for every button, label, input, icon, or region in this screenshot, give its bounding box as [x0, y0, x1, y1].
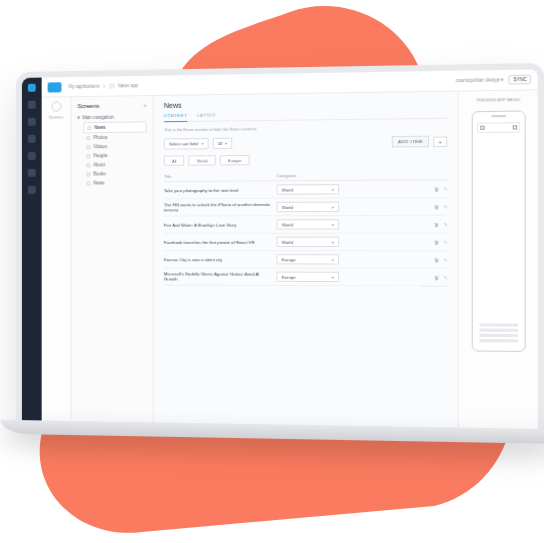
app-screen: My applications › News app cosmopolitan … [16, 63, 544, 431]
category-select[interactable]: World▾ [277, 219, 340, 229]
add-item-button[interactable]: ADD ITEM [392, 136, 429, 148]
page-icon [86, 154, 90, 158]
category-select[interactable]: Europe▾ [277, 254, 340, 264]
side-col-label: Screens [49, 114, 64, 119]
screen-item[interactable]: News [83, 121, 146, 133]
screens-panel: Screens + ▾ Main navigation News Photos … [71, 76, 153, 425]
preview-panel: PREVIEW APP MENU [458, 69, 538, 431]
table-row: Microsoft's Nadella Warns Against 'Hubri… [164, 268, 447, 286]
screen-item[interactable]: News [83, 178, 146, 187]
page-icon [86, 172, 90, 176]
chevron-down-icon: ▾ [225, 141, 227, 146]
breadcrumb-root[interactable]: My applications [68, 84, 99, 90]
screens-group[interactable]: ▾ Main navigation [77, 114, 146, 120]
chevron-down-icon: ▾ [201, 141, 203, 146]
chevron-down-icon: ▾ [332, 239, 334, 244]
col-category: Categories [277, 173, 340, 179]
rail-item[interactable] [28, 135, 36, 143]
sync-button[interactable]: SYNC [509, 75, 531, 85]
cell-title: Facebook launches the first private of R… [164, 239, 277, 244]
screen-item[interactable]: Books [83, 169, 146, 179]
rail-item[interactable] [28, 101, 36, 109]
rail-item[interactable] [28, 118, 36, 126]
cell-title: The FBI wants to unlock the iPhone of an… [164, 202, 277, 213]
chevron-down-icon: ▾ [332, 187, 334, 192]
breadcrumb-app[interactable]: News app [118, 83, 138, 88]
cell-title: Take your photography to the next level [164, 187, 277, 193]
phone-header [477, 122, 520, 133]
chevron-down-icon: ▾ [501, 77, 504, 82]
cell-title: Microsoft's Nadella Warns Against 'Hubri… [164, 271, 277, 282]
delete-icon[interactable]: 🗑 [434, 257, 438, 262]
edit-icon[interactable]: ✎ [444, 275, 447, 280]
chevron-down-icon: ▾ [77, 115, 80, 120]
phone-menu [479, 323, 518, 342]
filter-chip[interactable]: All [164, 156, 185, 166]
rail-item[interactable] [28, 186, 36, 194]
phone-preview [471, 111, 525, 352]
add-item-plus-button[interactable]: + [433, 136, 447, 147]
add-screen-button[interactable]: + [143, 102, 147, 108]
edit-icon[interactable]: ✎ [444, 186, 447, 191]
sort-select[interactable]: Select sort field▾ [164, 138, 208, 150]
delete-icon[interactable]: 🗑 [434, 204, 438, 209]
count-select[interactable]: 10▾ [212, 138, 232, 149]
col-title: Title [164, 173, 277, 179]
preview-label: PREVIEW APP MENU [476, 97, 519, 103]
controls-row: Select sort field▾ 10▾ ADD ITEM + [164, 135, 447, 149]
edit-icon[interactable]: ✎ [444, 257, 447, 262]
hint-text: This is the News section of both the New… [164, 124, 447, 132]
tab-layout[interactable]: LAYOUT [197, 112, 216, 117]
side-col: Screens [42, 77, 72, 423]
rail-item[interactable] [28, 169, 36, 177]
laptop-mockup: My applications › News app cosmopolitan … [16, 63, 544, 431]
page-icon [86, 163, 90, 167]
app-logo[interactable] [48, 82, 62, 92]
category-select[interactable]: World▾ [277, 202, 340, 213]
tabs: CONTENT LAYOUT [164, 109, 447, 122]
edit-icon[interactable]: ✎ [444, 204, 447, 209]
chevron-down-icon: ▾ [332, 222, 334, 227]
delete-icon[interactable]: 🗑 [434, 221, 438, 226]
nav-rail [22, 78, 42, 423]
screen-item[interactable]: About [83, 160, 146, 170]
breadcrumb-sep: › [103, 84, 105, 89]
page-title: News [164, 98, 447, 109]
delete-icon[interactable]: 🗑 [434, 239, 438, 244]
table-row: Facebook launches the first private of R… [164, 233, 447, 251]
rail-item-active[interactable] [28, 84, 36, 92]
category-select[interactable]: World▾ [277, 184, 340, 195]
category-select[interactable]: Europe▾ [277, 272, 340, 282]
page-icon [87, 126, 91, 130]
table-row: Kansas City is now a silent city Europe▾… [164, 251, 447, 269]
page-icon [86, 136, 90, 140]
chevron-down-icon: ▾ [332, 274, 334, 279]
chevron-down-icon: ▾ [332, 257, 334, 262]
edit-icon[interactable]: ✎ [444, 239, 447, 244]
page-icon [86, 145, 90, 149]
category-select[interactable]: World▾ [277, 237, 340, 247]
rail-item[interactable] [28, 152, 36, 160]
side-col-icon[interactable] [51, 101, 61, 111]
menu-icon[interactable] [480, 126, 484, 130]
filter-chip[interactable]: World [189, 155, 216, 165]
screens-list: News Photos Videos People About Books Ne… [77, 121, 146, 187]
theme-dropdown[interactable]: cosmopolitan design ▾ [456, 77, 505, 83]
delete-icon[interactable]: 🗑 [434, 275, 438, 280]
cell-title: Fire And Water: A Brooklyn Love Story [164, 222, 277, 227]
filter-chip[interactable]: Europe [220, 155, 250, 165]
table-row: Take your photography to the next level … [164, 180, 447, 199]
main-panel: News CONTENT LAYOUT This is the News sec… [154, 71, 458, 430]
edit-icon[interactable]: ✎ [444, 221, 447, 226]
page-icon [86, 181, 90, 185]
chevron-down-icon: ▾ [332, 204, 334, 209]
filter-chips: All World Europe [164, 153, 447, 166]
cell-title: Kansas City is now a silent city [164, 257, 277, 262]
screens-title: Screens [77, 103, 99, 109]
tab-content[interactable]: CONTENT [164, 113, 187, 122]
search-icon[interactable] [512, 125, 516, 129]
breadcrumb-app-icon [109, 83, 114, 88]
delete-icon[interactable]: 🗑 [434, 186, 438, 191]
table-row: The FBI wants to unlock the iPhone of an… [164, 198, 447, 217]
table-row: Fire And Water: A Brooklyn Love Story Wo… [164, 216, 447, 234]
